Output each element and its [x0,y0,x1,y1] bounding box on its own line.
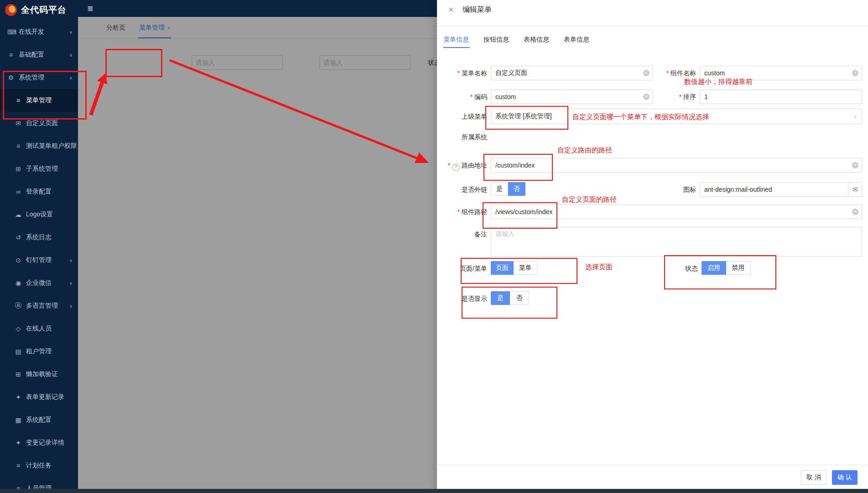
sidebar-item-label: 租户管理 [26,347,52,356]
confirm-button[interactable]: 确 认 [832,470,858,485]
external-link-toggle[interactable]: 是 否 [491,182,525,196]
close-icon[interactable]: ✕ [448,5,454,14]
external-link-label: 是否外链 [437,186,487,194]
parent-menu-select[interactable]: 系统管理 [系统管理] ∨ [491,109,862,124]
sort-input[interactable] [700,89,862,104]
sidebar-item[interactable]: ✉ 自定义页面 [0,112,78,135]
clear-icon[interactable]: × [852,162,858,168]
list-icon: ≡ [15,142,22,150]
remark-label: 备注 [437,231,487,239]
wechat-icon: ◉ [15,279,22,287]
edit-menu-drawer: ✕ 编辑菜单 菜单信息 按钮信息 表格信息 表单信息 菜单名称 × 组件名称 ×… [437,0,868,493]
sidebar-item-label: 基础配置 [19,51,44,59]
menu-option[interactable]: 菜单 [514,261,537,275]
tab-table-info[interactable]: 表格信息 [524,36,549,44]
visible-no-option[interactable]: 否 [510,291,529,305]
sidebar-item-label: 表单更新记录 [26,393,64,401]
question-icon: ? [452,163,460,171]
clear-icon[interactable]: × [852,70,858,76]
component-path-input[interactable] [491,205,862,219]
sidebar-item-label: 子系统管理 [26,165,58,173]
idcard-icon: ▤ [15,348,22,355]
sidebar-item[interactable]: ∞ 登录配置 [0,180,78,203]
sidebar-item[interactable]: ☁ Logo设置 [0,203,78,226]
sidebar-item-label: 系统配置 [26,416,52,424]
parent-menu-value: 系统管理 [系统管理] [495,112,552,121]
tab-button-info[interactable]: 按钮信息 [483,36,509,44]
component-name-input[interactable] [700,66,862,80]
sidebar-item[interactable]: ◇ 在线人员 [0,317,78,340]
sort-label: 排序 [646,93,696,101]
sidebar-item-label: 钉钉管理 [26,256,52,264]
sidebar-item-label: 测试菜单租户权限 [26,142,76,150]
sidebar-item[interactable]: ✦ 表单更新记录 [0,386,78,409]
history-icon: ↺ [15,234,22,241]
menu-name-input[interactable] [491,66,653,80]
sidebar-item[interactable]: ◉ 企业微信 ∨ [0,272,78,294]
sidebar-item[interactable]: ▤ 租户管理 [0,340,78,363]
external-yes-option[interactable]: 是 [491,182,508,196]
sidebar-item-label: 系统管理 [19,73,44,82]
chevron-icon: ∨ [69,281,73,286]
page-menu-label: 页面/菜单 [437,265,487,273]
sidebar-item-label: 在线开发 [19,28,44,36]
sidebar-item-label: 自定义页面 [26,119,58,127]
remark-textarea[interactable] [491,227,862,257]
sidebar-item[interactable]: ≡ 菜单管理 [0,89,78,112]
page-menu-toggle[interactable]: 页面 菜单 [491,261,537,275]
tag-icon: ◇ [15,325,22,332]
chevron-icon: ∨ [69,30,73,35]
tab-form-info[interactable]: 表单信息 [564,36,589,44]
enable-option[interactable]: 启用 [702,261,726,275]
tab-menu-info[interactable]: 菜单信息 [443,36,469,44]
app-title: 全代码平台 [21,4,67,16]
sidebar-item[interactable]: ⊞ 懒加载验证 [0,363,78,386]
chevron-icon: ∨ [69,304,73,309]
sidebar-item[interactable]: ⌨ 在线开发 ∨ [0,21,78,43]
compass-icon: ⊙ [15,257,22,264]
chevron-icon: ∨ [69,258,73,263]
drawer-mask[interactable] [78,17,437,489]
logo-row: 全代码平台 [0,0,78,20]
clear-icon[interactable]: × [852,209,858,215]
disable-option[interactable]: 禁用 [726,261,751,275]
grid-plus-icon: ⊞ [15,371,22,378]
sidebar-item[interactable]: ⊙ 钉钉管理 ∨ [0,249,78,272]
sidebar-item[interactable]: ⚙ 系统管理 ∧ [0,66,78,89]
system-label: 所属系统 [437,133,487,142]
visible-toggle[interactable]: 是 否 [491,291,529,305]
sidebar-item[interactable]: ⓐ 多语言管理 ∨ [0,294,78,317]
page-option[interactable]: 页面 [491,261,514,275]
sidebar-item-label: 变更记录详情 [26,439,64,447]
list-icon: ≡ [15,97,22,104]
route-input[interactable] [491,158,862,173]
visible-yes-option[interactable]: 是 [491,291,510,305]
sidebar-item[interactable]: ↺ 系统日志 [0,226,78,249]
visible-label: 是否显示 [437,295,487,303]
collapse-sidebar-icon[interactable]: ≣ [87,4,93,13]
icon-input[interactable] [700,182,862,197]
language-icon: ⓐ [15,302,22,310]
app-root: ≣ 分析页 菜单管理 × 全代码平台 ⌨ 在线开发 ∨ [0,0,868,493]
divider [437,26,868,26]
sidebar-item[interactable]: ⊞ 子系统管理 [0,157,78,180]
code-label: 编码 [437,93,487,101]
status-toggle[interactable]: 启用 禁用 [702,261,751,275]
status-label: 状态 [648,265,698,273]
sidebar-item-label: 登录配置 [26,188,52,196]
code-input[interactable] [491,89,653,104]
sidebar-item[interactable]: ≡ 计划任务 [0,454,78,477]
sidebar-item[interactable]: ✦ 变更记录详情 [0,431,78,454]
component-path-label: 组件路径 [437,208,487,216]
chevron-icon: ∧ [69,75,73,80]
list-icon: ≡ [7,51,15,58]
external-no-option[interactable]: 否 [508,182,525,196]
sidebar-item-label: Logo设置 [26,210,53,219]
parent-menu-label: 上级菜单 [437,113,487,121]
sidebar-item[interactable]: ≡ 基础配置 ∨ [0,43,78,66]
mail-icon[interactable]: ✉ [848,183,862,196]
sidebar-item[interactable]: ≡ 测试菜单租户权限 [0,135,78,157]
sidebar-item[interactable]: ▦ 系统配置 [0,409,78,431]
logo-icon [5,4,17,16]
cancel-button[interactable]: 取 消 [801,470,826,485]
